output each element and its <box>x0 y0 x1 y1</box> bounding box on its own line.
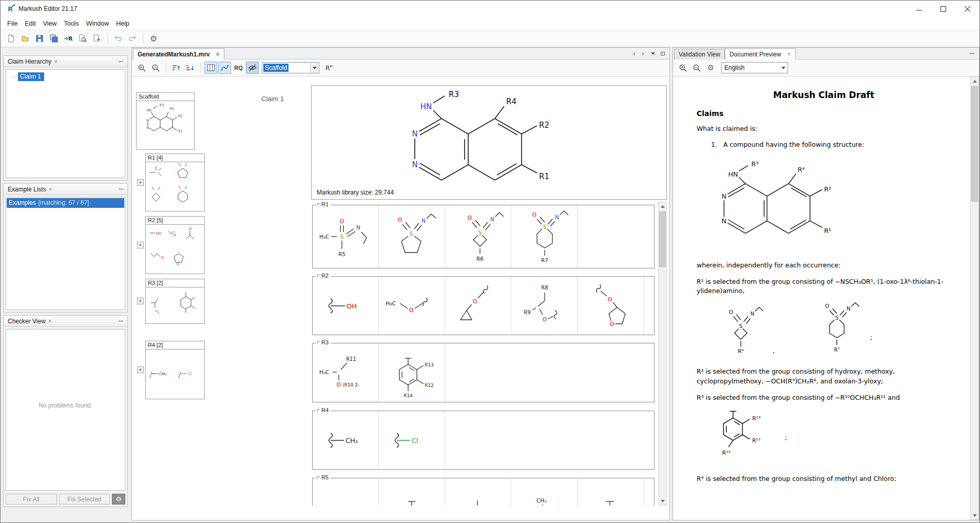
fix-selected-button[interactable]: Fix Selected <box>59 494 110 505</box>
definition-cell[interactable] <box>313 478 379 506</box>
scroll-down-button[interactable] <box>659 497 666 505</box>
collapse-panel-button[interactable] <box>116 57 125 66</box>
empty-cell[interactable] <box>578 205 654 268</box>
empty-cell[interactable] <box>445 343 654 402</box>
zoom-in-button[interactable] <box>677 62 689 74</box>
sort-descending-button[interactable] <box>184 62 197 74</box>
combobox-dropdown-button[interactable] <box>310 63 319 73</box>
claim-tree-item[interactable]: Claim 1 <box>6 70 125 81</box>
tab-validation-view[interactable]: Validation View <box>674 49 725 60</box>
definitions-scrollbar[interactable] <box>658 202 667 506</box>
zoom-out-button[interactable] <box>149 62 162 74</box>
definition-cell[interactable] <box>578 478 644 506</box>
menu-tools[interactable]: Tools <box>61 18 83 29</box>
definition-cell[interactable] <box>445 478 511 506</box>
empty-cell[interactable] <box>644 277 654 335</box>
minimize-button[interactable] <box>907 1 931 17</box>
empty-cell[interactable] <box>644 478 654 506</box>
zoom-in-button[interactable] <box>136 62 148 74</box>
new-document-button[interactable] <box>4 32 17 45</box>
expand-r1-button[interactable] <box>137 179 144 186</box>
fix-all-button[interactable]: Fix All <box>6 494 57 505</box>
language-select[interactable]: English <box>721 62 788 73</box>
scroll-up-button[interactable] <box>971 77 978 85</box>
r2-thumbnail[interactable]: R2 [5] OH O O O O <box>145 216 205 274</box>
document-scrollbar[interactable] <box>970 76 979 520</box>
definition-cell[interactable]: Cl <box>379 411 445 469</box>
scroll-down-button[interactable] <box>971 511 978 519</box>
sort-ascending-button[interactable] <box>170 62 183 74</box>
structure-view-toggle[interactable] <box>218 62 231 74</box>
close-panel-icon[interactable] <box>48 319 52 324</box>
expand-r3-button[interactable] <box>137 298 144 304</box>
collapse-panel-button[interactable] <box>116 317 125 325</box>
definition-cell[interactable] <box>379 478 445 506</box>
open-button[interactable] <box>18 32 32 45</box>
empty-cell[interactable] <box>445 411 654 469</box>
examples-row[interactable]: Examples [matching: 67 / 67] <box>7 198 124 208</box>
definition-cell[interactable]: S O N <box>379 205 445 268</box>
language-dropdown-button[interactable] <box>779 63 787 73</box>
r1-thumbnail[interactable]: R1 [4] <box>145 153 205 211</box>
close-panel-icon[interactable] <box>54 59 57 64</box>
save-all-button[interactable] <box>47 32 61 45</box>
claim-1-node[interactable]: Claim 1 <box>18 72 44 81</box>
rgroup-query-toggle[interactable]: RQ <box>232 62 245 74</box>
scaffold-combobox[interactable]: Scaffold <box>262 62 319 73</box>
maximize-button[interactable] <box>931 1 955 17</box>
scaffold-structure[interactable]: HN R3 R4 R2 R1 N N <box>400 88 600 192</box>
checker-settings-button[interactable]: ⚙ <box>112 494 125 505</box>
rgroup-attachment-button[interactable]: R <box>322 62 335 74</box>
export-button[interactable] <box>90 32 104 45</box>
scroll-up-button[interactable] <box>659 202 666 210</box>
visibility-toggle[interactable] <box>246 62 259 74</box>
collapse-panel-button[interactable] <box>116 185 125 193</box>
definition-cell[interactable]: O <box>445 277 511 335</box>
definition-cell[interactable]: O O <box>578 277 644 335</box>
close-button[interactable] <box>955 1 979 17</box>
definition-cell[interactable]: OH <box>313 277 379 335</box>
import-rgroup-button[interactable]: R <box>62 32 75 45</box>
settings-button[interactable]: ⚙ <box>147 32 160 45</box>
tab-generatedmarkush1[interactable]: GeneratedMarkush1.mrv <box>133 48 224 60</box>
r3-thumbnail[interactable]: R3 [2] <box>145 279 205 324</box>
expand-r2-button[interactable] <box>137 242 144 248</box>
scrollbar-thumb[interactable] <box>971 86 978 202</box>
definition-cell[interactable]: S O N R7 <box>511 205 578 268</box>
scaffold-canvas[interactable]: HN R3 R4 R2 R1 N N Markush library size:… <box>311 85 667 200</box>
definition-cell[interactable]: H₃C O <box>379 277 445 335</box>
r4-thumbnail[interactable]: R4 [2] CH₃ Cl <box>145 341 205 399</box>
expand-r4-button[interactable] <box>137 366 144 373</box>
undo-button[interactable] <box>111 32 125 45</box>
editor-canvas[interactable]: Scaffold HN R3 R4 R2 R1 N <box>132 76 669 520</box>
scroll-tabs-right-button[interactable] <box>639 50 647 57</box>
collapse-pane-button[interactable] <box>967 49 976 57</box>
check-structure-button[interactable] <box>76 32 89 45</box>
close-tab-icon[interactable] <box>787 52 791 57</box>
tab-document-preview[interactable]: Document Preview <box>725 48 796 60</box>
scaffold-thumbnail[interactable]: Scaffold HN R3 R4 R2 R1 N <box>136 92 195 150</box>
definition-cell[interactable]: R11 H₃C O (R10 2- <box>313 343 379 402</box>
close-tab-icon[interactable] <box>216 52 220 57</box>
definition-cell[interactable]: S O N R6 <box>445 205 511 268</box>
tab-list-button[interactable] <box>649 50 657 57</box>
table-view-toggle[interactable] <box>204 62 217 74</box>
menu-edit[interactable]: Edit <box>21 18 40 29</box>
definition-cell[interactable]: R13 R12 R14 <box>379 343 445 402</box>
menu-file[interactable]: File <box>4 18 21 29</box>
menu-view[interactable]: View <box>40 18 61 29</box>
definition-cell[interactable]: CH₃ <box>511 478 578 506</box>
definition-cell[interactable]: H₃C S O N R5 <box>313 205 379 268</box>
definition-cell[interactable]: R8 R9 O <box>511 277 578 335</box>
preview-settings-button[interactable]: ⚙ <box>704 62 717 74</box>
menu-window[interactable]: Window <box>83 18 112 29</box>
menu-help[interactable]: Help <box>112 18 133 29</box>
save-button[interactable] <box>33 32 46 45</box>
redo-button[interactable] <box>126 32 139 45</box>
scrollbar-thumb[interactable] <box>659 211 666 267</box>
zoom-out-button[interactable] <box>690 62 703 74</box>
maximize-pane-button[interactable] <box>659 50 667 57</box>
close-panel-icon[interactable] <box>49 187 52 192</box>
definition-cell[interactable]: CH₃ <box>313 411 379 469</box>
scroll-tabs-left-button[interactable] <box>629 50 638 57</box>
